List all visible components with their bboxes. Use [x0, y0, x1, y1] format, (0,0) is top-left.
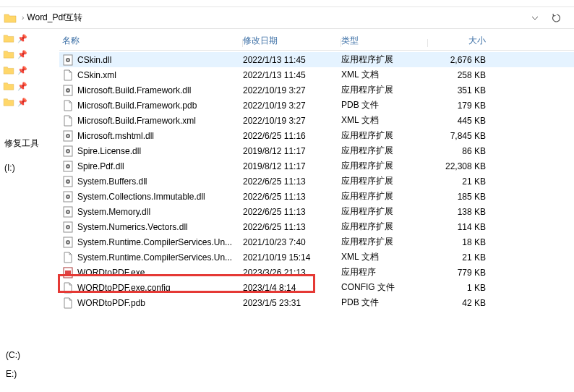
file-date: 2022/6/25 11:16 — [243, 131, 341, 141]
file-row[interactable]: System.Memory.dll2022/6/25 11:13应用程序扩展13… — [59, 204, 574, 219]
file-size: 2,676 KB — [428, 55, 497, 65]
file-size: 351 KB — [428, 85, 497, 95]
file-date: 2022/6/25 11:13 — [243, 207, 341, 217]
file-size: 1 KB — [428, 283, 497, 293]
file-row[interactable]: WORDtoPDF.exe2023/3/26 21:13应用程序779 KB — [59, 265, 574, 280]
file-size: 18 KB — [428, 237, 497, 247]
gear-icon — [62, 221, 74, 233]
file-type: 应用程序扩展 — [341, 190, 428, 203]
file-type: PDB 文件 — [341, 99, 428, 111]
file-date: 2022/1/13 11:45 — [243, 55, 341, 65]
file-row[interactable]: Microsoft.Build.Framework.xml2022/10/19 … — [59, 113, 574, 128]
svg-point-29 — [67, 242, 69, 243]
file-date: 2019/8/12 11:17 — [243, 146, 341, 156]
file-name: System.Numerics.Vectors.dll — [77, 222, 188, 232]
file-date: 2023/1/4 8:14 — [243, 283, 341, 293]
file-name: Microsoft.Build.Framework.pdb — [77, 101, 197, 111]
file-name: Microsoft.Build.Framework.xml — [77, 116, 196, 126]
nav-item-repair[interactable]: 修复工具 — [3, 137, 49, 150]
gear-icon — [62, 161, 74, 172]
file-date: 2023/3/26 21:13 — [243, 268, 341, 278]
file-row[interactable]: System.Runtime.CompilerServices.Un...202… — [59, 250, 574, 265]
nav-item-drive-i[interactable]: (I:) — [3, 163, 49, 173]
file-type: 应用程序扩展 — [341, 236, 428, 248]
dropdown-chevron-icon[interactable] — [529, 12, 541, 24]
gear-icon — [62, 176, 74, 187]
file-type: XML 文档 — [341, 69, 428, 81]
file-type: XML 文档 — [341, 251, 428, 263]
file-size: 114 KB — [428, 222, 497, 232]
file-name: System.Runtime.CompilerServices.Un... — [77, 252, 232, 263]
svg-point-11 — [67, 150, 69, 152]
file-row[interactable]: System.Buffers.dll2022/6/25 11:13应用程序扩展2… — [59, 174, 574, 189]
file-type: XML 文档 — [341, 114, 428, 127]
column-header-size[interactable]: 大小 — [428, 35, 497, 47]
file-row[interactable]: Microsoft.Build.Framework.pdb2022/10/19 … — [59, 98, 574, 113]
file-size: 258 KB — [428, 70, 497, 80]
file-type: 应用程序 — [341, 266, 428, 278]
file-date: 2021/10/23 7:40 — [243, 237, 341, 247]
file-name: WORDtoPDF.exe — [77, 268, 145, 278]
file-row[interactable]: CSkin.dll2022/1/13 11:45应用程序扩展2,676 KB — [59, 52, 574, 67]
svg-point-8 — [67, 135, 69, 137]
file-date: 2022/10/19 3:27 — [243, 85, 341, 95]
file-row[interactable]: System.Runtime.CompilerServices.Un...202… — [59, 234, 574, 250]
file-type: 应用程序扩展 — [341, 145, 428, 157]
file-rows: CSkin.dll2022/1/13 11:45应用程序扩展2,676 KBCS… — [59, 51, 574, 310]
gear-icon — [62, 54, 74, 66]
file-row[interactable]: Spire.Pdf.dll2019/8/12 11:17应用程序扩展22,308… — [59, 158, 574, 174]
file-row[interactable]: WORDtoPDF.pdb2023/1/5 23:31PDB 文件42 KB — [59, 295, 574, 310]
file-date: 2022/6/25 11:13 — [243, 176, 341, 187]
file-date: 2022/1/13 11:45 — [243, 70, 341, 80]
refresh-icon[interactable] — [551, 12, 562, 24]
pinned-item[interactable]: 📌 — [3, 95, 49, 108]
nav-item-drive-e[interactable]: E:) — [4, 369, 49, 379]
file-name: System.Runtime.CompilerServices.Un... — [77, 237, 232, 247]
file-row[interactable]: System.Numerics.Vectors.dll2022/6/25 11:… — [59, 219, 574, 234]
gear-icon — [62, 191, 74, 203]
file-name: System.Collections.Immutable.dll — [77, 192, 205, 202]
file-size: 179 KB — [428, 101, 497, 111]
file-size: 21 KB — [428, 176, 497, 187]
file-size: 7,845 KB — [428, 131, 497, 141]
file-name: CSkin.dll — [77, 55, 111, 65]
file-date: 2022/6/25 11:13 — [243, 192, 341, 202]
column-header-type[interactable]: 类型 — [341, 35, 428, 47]
file-row[interactable]: Microsoft.Build.Framework.dll2022/10/19 … — [59, 82, 574, 98]
file-row[interactable]: WORDtoPDF.exe.config2023/1/4 8:14CONFIG … — [59, 280, 574, 295]
file-name: CSkin.xml — [77, 70, 116, 80]
file-row[interactable]: CSkin.xml2022/1/13 11:45XML 文档258 KB — [59, 67, 574, 82]
column-header-name[interactable]: 名称 — [59, 35, 243, 47]
file-row[interactable]: Spire.License.dll2019/8/12 11:17应用程序扩展86… — [59, 143, 574, 158]
file-size: 42 KB — [428, 298, 497, 308]
pinned-item[interactable]: 📌 — [3, 32, 49, 45]
file-name: WORDtoPDF.exe.config — [77, 283, 171, 293]
doc-icon — [62, 100, 74, 111]
main-area: 📌 📌 📌 📌 📌 修复工具 (I:) (C:) E:) — [0, 29, 574, 392]
file-name: System.Memory.dll — [77, 207, 150, 217]
file-size: 185 KB — [428, 192, 497, 202]
window-titlebar-fragment — [0, 0, 574, 7]
pinned-item[interactable]: 📌 — [3, 64, 49, 77]
file-row[interactable]: Microsoft.mshtml.dll2022/6/25 11:16应用程序扩… — [59, 128, 574, 143]
pin-icon: 📌 — [17, 50, 27, 59]
column-header-date[interactable]: 修改日期 — [243, 35, 341, 47]
svg-point-17 — [67, 181, 69, 182]
file-date: 2023/1/5 23:31 — [243, 298, 341, 308]
pinned-item[interactable]: 📌 — [3, 80, 49, 93]
navigation-pane: 📌 📌 📌 📌 📌 修复工具 (I:) (C:) E:) — [0, 29, 49, 392]
svg-point-2 — [67, 59, 69, 61]
pin-icon: 📌 — [17, 34, 27, 43]
nav-item-drive-c[interactable]: (C:) — [4, 350, 49, 360]
breadcrumb-folder[interactable]: Word_Pdf互转 — [27, 12, 82, 24]
svg-point-23 — [67, 211, 69, 213]
doc-icon — [62, 297, 74, 309]
doc-icon — [62, 252, 74, 263]
pinned-item[interactable]: 📌 — [3, 48, 49, 61]
gear-icon — [62, 237, 74, 248]
file-name: WORDtoPDF.pdb — [77, 298, 145, 308]
file-row[interactable]: System.Collections.Immutable.dll2022/6/2… — [59, 189, 574, 204]
file-size: 138 KB — [428, 207, 497, 217]
file-date: 2019/8/12 11:17 — [243, 161, 341, 171]
file-type: 应用程序扩展 — [341, 175, 428, 187]
